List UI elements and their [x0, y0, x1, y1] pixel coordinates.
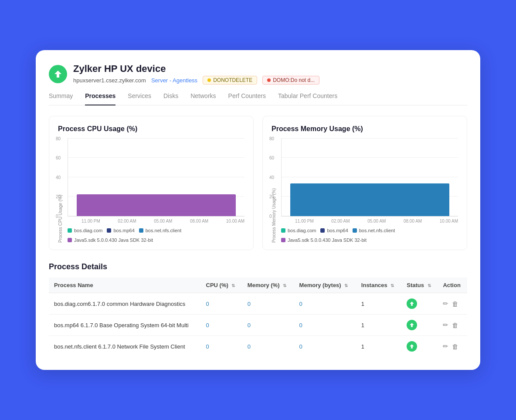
- cpu-legend-label-1: bos.mp64: [113, 228, 134, 233]
- mem-legend-dot-0: [281, 228, 285, 233]
- mem-legend-0: bos.diag.com: [281, 228, 316, 233]
- mem-legend-1: bos.mp64: [320, 228, 348, 233]
- cpu-cell: 0: [201, 336, 242, 357]
- mem-x-1: 02.00 AM: [331, 219, 350, 224]
- col-instances: Instances ⇅: [356, 278, 401, 293]
- edit-icon[interactable]: ✏: [443, 321, 448, 329]
- hostname: hpuxserver1.csez.zylker.com: [73, 77, 146, 84]
- cpu-legend-dot-3: [68, 238, 72, 242]
- instances-cell: 1: [356, 315, 401, 336]
- cpu-legend-label-3: Java5.sdk 5.0.0.430 Java SDK 32-bit: [74, 237, 153, 243]
- cpu-x-labels: 11.00 PM 02.00 AM 05.00 AM 08.00 AM 10.0…: [68, 219, 244, 224]
- sort-icon-instances[interactable]: ⇅: [390, 283, 394, 288]
- process-details-section: Process Details Process Name CPU (%) ⇅ M…: [49, 262, 467, 357]
- status-up-icon: [407, 320, 417, 330]
- tab-networks[interactable]: Networks: [190, 92, 216, 105]
- cpu-chart-inner: 80 60 40 20 0: [68, 138, 244, 243]
- cpu-cell: 0: [201, 315, 242, 336]
- sort-icon-mem-pct[interactable]: ⇅: [283, 283, 286, 288]
- cpu-bar: [77, 194, 236, 216]
- cpu-x-0: 11.00 PM: [81, 219, 100, 224]
- mem-x-2: 05.00 AM: [367, 219, 386, 224]
- device-title: Zylker HP UX device: [73, 63, 319, 75]
- table-body: bos.diag.com6.1.7.0 common Hardware Diag…: [49, 293, 467, 357]
- tab-summay[interactable]: Summay: [49, 92, 73, 105]
- process-name-cell: bos.mp64 6.1.7.0 Base Operating System 6…: [49, 315, 201, 336]
- mem-grid-40: 40: [282, 177, 458, 177]
- mem-legend-label-2: bos.net.nfs.client: [359, 228, 395, 233]
- memory-chart-title: Process Memory Usage (%): [272, 125, 458, 133]
- tab-tabular-perf-counters[interactable]: Tabular Perf Counters: [278, 92, 337, 105]
- table-header: Process Name CPU (%) ⇅ Memory (%) ⇅ Memo…: [49, 278, 467, 293]
- mem-x-3: 08.00 AM: [404, 219, 422, 224]
- mem-x-0: 11.00 PM: [295, 219, 314, 224]
- mem-legend-dot-3: [281, 238, 285, 242]
- process-name-cell: bos.diag.com6.1.7.0 common Hardware Diag…: [49, 293, 201, 315]
- col-memory-pct: Memory (%) ⇅: [242, 278, 294, 293]
- tab-disks[interactable]: Disks: [163, 92, 178, 105]
- status-cell: [401, 336, 438, 357]
- process-details-table: Process Name CPU (%) ⇅ Memory (%) ⇅ Memo…: [49, 278, 467, 357]
- tab-processes[interactable]: Processes: [85, 92, 115, 105]
- table-row: bos.mp64 6.1.7.0 Base Operating System 6…: [49, 315, 467, 336]
- mem-legend-label-1: bos.mp64: [327, 228, 348, 233]
- delete-icon[interactable]: 🗑: [452, 300, 458, 308]
- status-up-icon: [407, 298, 417, 309]
- edit-icon[interactable]: ✏: [443, 300, 448, 308]
- charts-section: Process CPU Usage (%) Process CPU Usage …: [49, 116, 467, 250]
- memory-bytes-cell: 0: [294, 293, 356, 315]
- tag-domo: DOMO:Do not d...: [262, 76, 319, 85]
- instances-cell: 1: [356, 293, 401, 315]
- mem-grid-60: 60: [282, 157, 458, 158]
- tab-bar: Summay Processes Services Disks Networks…: [49, 92, 467, 105]
- action-icons: ✏ 🗑: [443, 321, 462, 329]
- memory-legend: bos.diag.com bos.mp64 bos.net.nfs.client: [281, 228, 458, 243]
- memory-bytes-cell: 0: [294, 315, 356, 336]
- dot-yellow: [207, 78, 211, 82]
- device-header: Zylker HP UX device hpuxserver1.csez.zyl…: [49, 63, 467, 85]
- memory-pct-cell: 0: [242, 315, 294, 336]
- grid-line-80: 80: [68, 138, 244, 139]
- cpu-legend-2: bos.net.nfs.client: [139, 228, 182, 233]
- mem-grid-80: 80: [282, 138, 458, 139]
- cpu-legend-3: Java5.sdk 5.0.0.430 Java SDK 32-bit: [68, 237, 153, 243]
- table-header-row: Process Name CPU (%) ⇅ Memory (%) ⇅ Memo…: [49, 278, 467, 293]
- cpu-x-2: 05.00 AM: [154, 219, 172, 224]
- server-type: Server - Agentless: [151, 77, 197, 84]
- memory-x-labels: 11.00 PM 02.00 AM 05.00 AM 08.00 AM 10.0…: [281, 219, 458, 224]
- cpu-chart-title: Process CPU Usage (%): [58, 125, 244, 133]
- process-name-cell: bos.net.nfs.client 6.1.7.0 Network File …: [49, 336, 201, 357]
- cpu-legend-dot-2: [139, 228, 143, 233]
- tab-services[interactable]: Services: [128, 92, 151, 105]
- edit-icon[interactable]: ✏: [443, 342, 448, 350]
- memory-pct-cell: 0: [242, 336, 294, 357]
- status-cell: [401, 293, 438, 315]
- delete-icon[interactable]: 🗑: [452, 322, 458, 329]
- memory-chart-area: Process Memory Usage (%) 80 60 40: [272, 138, 458, 243]
- cpu-x-3: 08.00 AM: [190, 219, 208, 224]
- mem-legend-3: Java5.sdk 5.0.0.430 Java SDK 32-bit: [281, 237, 367, 243]
- col-action: Action: [438, 278, 467, 293]
- col-cpu: CPU (%) ⇅: [201, 278, 242, 293]
- mem-legend-2: bos.net.nfs.client: [353, 228, 395, 233]
- cpu-legend-0: bos.diag.com: [68, 228, 102, 233]
- table-row: bos.diag.com6.1.7.0 common Hardware Diag…: [49, 293, 467, 315]
- col-process-name: Process Name: [49, 278, 201, 293]
- cpu-chart-card: Process CPU Usage (%) Process CPU Usage …: [49, 116, 254, 250]
- memory-chart-grid: 80 60 40 20 0: [281, 138, 458, 217]
- tab-perf-counters[interactable]: Perf Counters: [228, 92, 266, 105]
- memory-pct-cell: 0: [242, 293, 294, 315]
- delete-icon[interactable]: 🗑: [452, 343, 458, 350]
- process-details-title: Process Details: [49, 262, 467, 271]
- mem-legend-dot-1: [320, 228, 325, 233]
- sort-icon-mem-bytes[interactable]: ⇅: [344, 283, 348, 288]
- sort-icon-status[interactable]: ⇅: [428, 283, 431, 288]
- header-info: Zylker HP UX device hpuxserver1.csez.zyl…: [73, 63, 319, 85]
- action-cell: ✏ 🗑: [438, 293, 467, 315]
- cpu-chart-grid: 80 60 40 20 0: [68, 138, 244, 217]
- sort-icon-cpu[interactable]: ⇅: [231, 283, 235, 288]
- grid-line-40: 40: [68, 177, 244, 177]
- header-meta: hpuxserver1.csez.zylker.com Server - Age…: [73, 76, 319, 85]
- mem-legend-dot-2: [353, 228, 357, 233]
- table-row: bos.net.nfs.client 6.1.7.0 Network File …: [49, 336, 467, 357]
